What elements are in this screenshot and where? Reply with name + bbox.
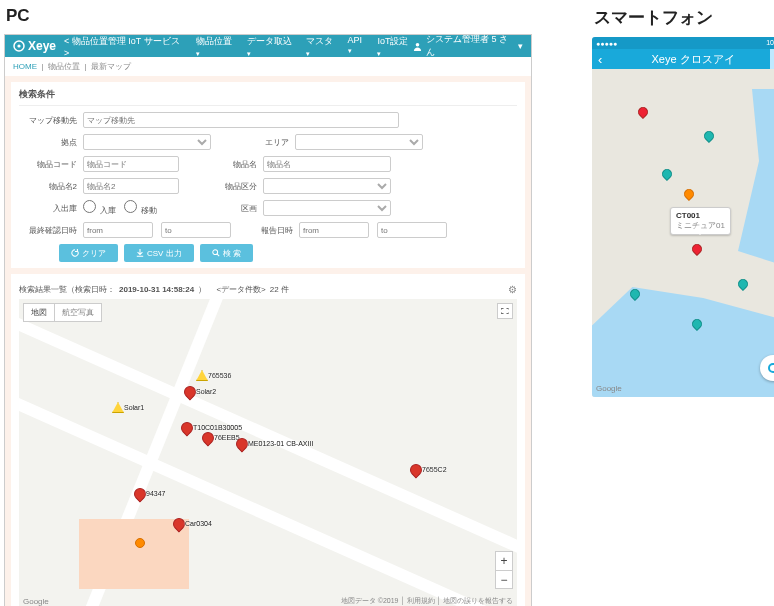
- water-area2: [724, 89, 774, 269]
- marker-callout[interactable]: CT001 ミニチュア01: [670, 207, 731, 235]
- nav-item-master[interactable]: マスタ: [306, 35, 338, 58]
- svg-point-3: [212, 250, 217, 255]
- search-button-label: 検 索: [223, 248, 241, 259]
- water-area: [592, 287, 774, 397]
- search-button[interactable]: 検 索: [200, 244, 253, 262]
- status-signal: ●●●●●: [596, 40, 617, 47]
- results-panel: 検索結果一覧（検索日時： 2019-10-31 14:58:24 ） <データ件…: [11, 274, 525, 606]
- user-menu[interactable]: システム管理者 5 さん ▾: [413, 33, 523, 59]
- map-marker[interactable]: 94347: [134, 488, 146, 506]
- map-type-toggle[interactable]: 地図 航空写真: [23, 303, 102, 322]
- gear-icon[interactable]: ⚙: [508, 284, 517, 295]
- map-marker[interactable]: 765536: [196, 370, 208, 388]
- results-datetime: 2019-10-31 14:58:24: [119, 285, 194, 294]
- map-tab-satellite[interactable]: 航空写真: [55, 304, 101, 321]
- map-marker[interactable]: 7655C2: [410, 464, 422, 482]
- map-marker[interactable]: Solar1: [112, 402, 124, 420]
- fullscreen-button[interactable]: ⛶: [497, 303, 513, 319]
- pc-heading: PC: [6, 6, 532, 26]
- label-area: エリア: [241, 137, 295, 148]
- radio-move-label: 移動: [141, 206, 157, 215]
- results-prefix: 検索結果一覧（検索日時：: [19, 284, 115, 295]
- brand-text: Xeye: [28, 39, 56, 53]
- input-name[interactable]: [263, 156, 391, 172]
- input-repdt-from[interactable]: [299, 222, 369, 238]
- breadcrumb-home[interactable]: HOME: [13, 62, 37, 71]
- select-base[interactable]: [83, 134, 211, 150]
- phone-marker[interactable]: [630, 289, 640, 303]
- nav-item-dataimport[interactable]: データ取込: [247, 35, 296, 58]
- reload-icon: [71, 249, 79, 257]
- results-suffix: ）: [198, 284, 206, 295]
- map-marker-label: 7655C2: [422, 466, 447, 473]
- map-google-logo: Google: [23, 597, 49, 606]
- user-icon: [413, 42, 422, 51]
- top-navbar: Xeye < 物品位置管理 IoT サービス > 物品位置 データ取込 マスタ …: [5, 35, 531, 57]
- breadcrumb-mid[interactable]: 物品位置: [48, 62, 80, 71]
- map-marker[interactable]: 76EEB5: [202, 432, 214, 450]
- select-area[interactable]: [295, 134, 423, 150]
- map-canvas[interactable]: 地図 航空写真 ⛶ + − Google 地図データ ©2019 │ 利用規約 …: [19, 299, 517, 606]
- results-summary: 検索結果一覧（検索日時： 2019-10-31 14:58:24 ） <データ件…: [19, 280, 517, 299]
- zoom-in-button[interactable]: +: [496, 552, 512, 570]
- map-marker-label: 94347: [146, 490, 165, 497]
- breadcrumb-leaf: 最新マップ: [91, 62, 131, 71]
- phone-title-text: Xeye クロスアイ: [651, 52, 734, 67]
- label-base: 拠点: [19, 137, 83, 148]
- phone-marker[interactable]: [738, 279, 748, 293]
- phone-title-bar: ‹ Xeye クロスアイ: [592, 49, 774, 69]
- input-code[interactable]: [83, 156, 179, 172]
- nav-item-position[interactable]: 物品位置: [196, 35, 237, 58]
- marker-mode-button[interactable]: [770, 49, 774, 69]
- label-name2: 物品名2: [19, 181, 83, 192]
- phone-marker[interactable]: [692, 319, 702, 333]
- radio-move[interactable]: 移動: [124, 200, 157, 216]
- map-marker-label: T10C01B30005: [193, 424, 242, 431]
- clear-button[interactable]: クリア: [59, 244, 118, 262]
- svg-point-1: [17, 44, 20, 47]
- input-mapdest[interactable]: [83, 112, 399, 128]
- phone-marker[interactable]: [684, 189, 694, 203]
- phone-marker[interactable]: [638, 107, 648, 121]
- map-marker-label: Solar2: [196, 388, 216, 395]
- map-footer-links[interactable]: 地図データ ©2019 │ 利用規約 │ 地図の誤りを報告する: [341, 596, 513, 606]
- clear-button-label: クリア: [82, 248, 106, 259]
- zoom-out-button[interactable]: −: [496, 570, 512, 588]
- label-ku: 区画: [209, 203, 263, 214]
- map-marker-label: 765536: [208, 372, 231, 379]
- zoom-control: + −: [495, 551, 513, 589]
- search-icon: [212, 249, 220, 257]
- map-marker[interactable]: Car0304: [173, 518, 185, 536]
- callout-sub: ミニチュア01: [676, 220, 725, 231]
- map-tab-map[interactable]: 地図: [24, 304, 55, 321]
- input-repdt-to[interactable]: [377, 222, 447, 238]
- map-marker[interactable]: T10C01B30005: [181, 422, 193, 440]
- phone-map-canvas[interactable]: CT001 ミニチュア01 Google: [592, 69, 774, 397]
- input-name2[interactable]: [83, 178, 179, 194]
- input-lastdt-from[interactable]: [83, 222, 153, 238]
- phone-marker[interactable]: [704, 131, 714, 145]
- results-count-label: <データ件数>: [216, 284, 265, 295]
- nav-item-api[interactable]: API: [348, 35, 368, 58]
- csv-button[interactable]: CSV 出力: [124, 244, 194, 262]
- label-inout: 入出庫: [19, 203, 83, 214]
- select-ku[interactable]: [263, 200, 391, 216]
- csv-button-label: CSV 出力: [147, 248, 182, 259]
- phone-marker[interactable]: [662, 169, 672, 183]
- phone-marker-selected[interactable]: [692, 244, 702, 258]
- label-lastdt: 最終確認日時: [19, 225, 83, 236]
- input-lastdt-to[interactable]: [161, 222, 231, 238]
- map-marker[interactable]: Solar2: [184, 386, 196, 404]
- select-kubun[interactable]: [263, 178, 391, 194]
- map-marker-label: Car0304: [185, 520, 212, 527]
- brand-icon: [13, 40, 25, 52]
- phone-google-logo: Google: [596, 384, 622, 393]
- breadcrumb: HOME | 物品位置 | 最新マップ: [5, 57, 531, 76]
- map-marker[interactable]: ME0123-01 CB-AXIII: [236, 438, 248, 456]
- download-icon: [136, 249, 144, 257]
- radio-in[interactable]: 入庫: [83, 200, 116, 216]
- back-button[interactable]: ‹: [598, 52, 602, 67]
- search-panel: 検索条件 マップ移動先 拠点 エリア 物品コード 物品名: [11, 82, 525, 268]
- nav-item-iot[interactable]: IoT設定: [377, 35, 413, 58]
- nav-menu: 物品位置 データ取込 マスタ API IoT設定: [196, 35, 413, 58]
